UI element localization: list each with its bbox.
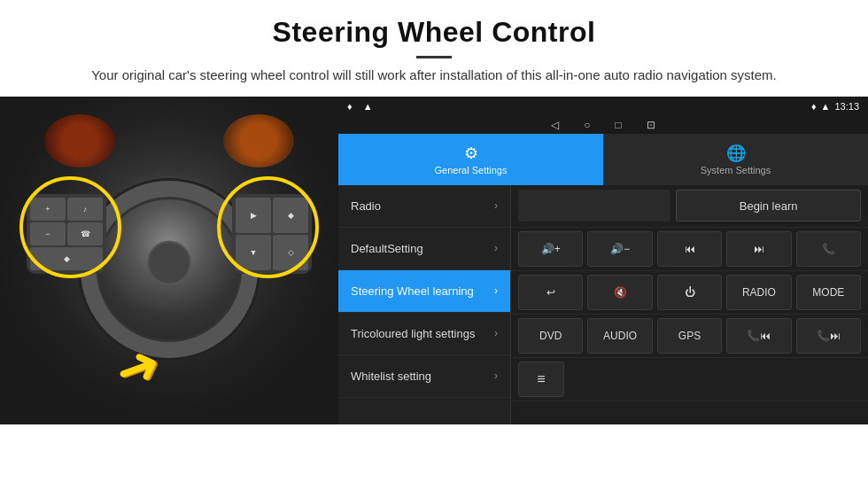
status-bar: ♦ ▲ ♦ ▲ 13:13: [338, 97, 868, 116]
prev-icon: ⏮: [685, 243, 695, 255]
menu-default-setting[interactable]: DefaultSetting ›: [338, 228, 510, 270]
btn-audio[interactable]: AUDIO: [587, 318, 652, 354]
right-button-cluster: ▶ ◆ ▼ ◇: [232, 194, 312, 274]
menu-steering-wheel[interactable]: Steering Wheel learning ›: [338, 270, 510, 313]
left-button-cluster: + ♪ − ☎ ◆: [27, 194, 106, 274]
menu-whitelist-label: Whitelist setting: [351, 370, 431, 383]
mode-label: MODE: [812, 286, 844, 299]
page-title: Steering Wheel Control: [53, 16, 815, 49]
begin-learn-button[interactable]: Begin learn: [676, 190, 861, 222]
btn-prev-track[interactable]: ⏮: [657, 231, 722, 267]
chevron-radio: ›: [494, 199, 498, 212]
audio-label: AUDIO: [603, 330, 637, 342]
gps-label: GPS: [678, 330, 701, 342]
power-icon: ⏻: [685, 286, 695, 299]
tab-general-label: General Settings: [435, 165, 508, 175]
wifi-icon: ♦: [347, 101, 353, 112]
btn-seek-down: ▼: [236, 235, 271, 270]
signal-icon: ▲: [363, 101, 373, 112]
btn-nav: ◆: [273, 198, 308, 233]
recents-nav-icon[interactable]: □: [616, 119, 622, 131]
radio-label: RADIO: [742, 286, 776, 299]
status-bar-left: ♦ ▲: [347, 101, 373, 112]
btn-next-track[interactable]: ⏭: [726, 231, 791, 267]
wifi-status-icon: ▲: [821, 101, 831, 112]
vol-up-icon: 🔊+: [541, 243, 561, 255]
btn-vol-down: −: [30, 222, 66, 245]
tab-system-settings[interactable]: 🌐 System Settings: [603, 134, 868, 185]
back-nav-icon[interactable]: ◁: [551, 119, 559, 131]
panel-body: Radio › DefaultSetting › Steering Wheel …: [338, 185, 868, 424]
left-menu: Radio › DefaultSetting › Steering Wheel …: [338, 185, 511, 424]
app-icon[interactable]: ⊡: [647, 119, 655, 131]
learn-input-spacer: [518, 190, 670, 222]
chevron-tricoloured: ›: [494, 327, 498, 339]
btn-phone-next[interactable]: 📞⏭: [796, 318, 861, 354]
header-description: Your original car's steering wheel contr…: [53, 66, 815, 86]
btn-phone-prev[interactable]: 📞⏮: [726, 318, 791, 354]
btn-radio[interactable]: RADIO: [726, 275, 791, 310]
nav-bar[interactable]: ◁ ○ □ ⊡: [338, 116, 868, 134]
btn-mute[interactable]: 🔇: [587, 275, 652, 310]
control-row-4: ≡: [511, 358, 868, 401]
main-content: + ♪ − ☎ ◆ ▶ ◆ ▼ ◇ ➜ ♦ ▲: [0, 97, 868, 424]
phone-icon: 📞: [822, 243, 835, 255]
mute-icon: 🔇: [614, 286, 627, 299]
tab-system-label: System Settings: [701, 165, 771, 175]
location-icon: ♦: [811, 101, 817, 112]
settings-tabs: ⚙ General Settings 🌐 System Settings: [338, 134, 868, 185]
control-row-1: 🔊+ 🔊− ⏮ ⏭ 📞: [511, 228, 868, 271]
vol-down-icon: 🔊−: [610, 243, 630, 255]
gear-icon: ⚙: [464, 144, 478, 163]
hangup-icon: ↩: [546, 286, 555, 299]
next-icon: ⏭: [754, 243, 764, 255]
btn-whitelist[interactable]: ≡: [518, 362, 564, 397]
menu-default-label: DefaultSetting: [351, 242, 423, 255]
btn-gps[interactable]: GPS: [657, 318, 722, 354]
menu-radio-label: Radio: [351, 199, 381, 213]
btn-hangup[interactable]: ↩: [518, 275, 583, 310]
phone-next-icon: 📞⏭: [817, 330, 841, 342]
btn-phone: ☎: [67, 222, 103, 245]
menu-whitelist[interactable]: Whitelist setting ›: [338, 355, 510, 398]
btn-power[interactable]: ⏻: [657, 275, 722, 310]
btn-mode[interactable]: MODE: [796, 275, 861, 310]
chevron-whitelist: ›: [494, 370, 498, 382]
begin-learn-row: Begin learn: [511, 185, 868, 228]
steering-wheel-center: [147, 240, 191, 284]
header-divider: [416, 56, 452, 58]
steering-wheel-bg: + ♪ − ☎ ◆ ▶ ◆ ▼ ◇ ➜: [0, 97, 338, 424]
btn-vol-down[interactable]: 🔊−: [587, 231, 652, 267]
tab-general-settings[interactable]: ⚙ General Settings: [338, 134, 603, 185]
btn-extra-right: ◇: [273, 235, 308, 270]
dvd-label: DVD: [539, 330, 562, 342]
control-row-3: DVD AUDIO GPS 📞⏮ 📞⏭: [511, 315, 868, 358]
btn-phone[interactable]: 📞: [796, 231, 861, 267]
chevron-steering: ›: [494, 284, 498, 297]
btn-mode: ♪: [67, 198, 103, 221]
gauge-left: [44, 114, 115, 167]
btn-vol-up: +: [30, 198, 66, 221]
control-row-2: ↩ 🔇 ⏻ RADIO MODE: [511, 271, 868, 315]
whitelist-icon: ≡: [537, 371, 545, 387]
btn-vol-up[interactable]: 🔊+: [518, 231, 583, 267]
right-controls: Begin learn 🔊+ 🔊− ⏮ ⏭: [511, 185, 868, 424]
btn-dvd[interactable]: DVD: [518, 318, 583, 354]
home-nav-icon[interactable]: ○: [584, 119, 590, 131]
car-image-section: + ♪ − ☎ ◆ ▶ ◆ ▼ ◇ ➜: [0, 97, 338, 424]
menu-radio[interactable]: Radio ›: [338, 185, 510, 228]
android-section: ♦ ▲ ♦ ▲ 13:13 ◁ ○ □ ⊡ ⚙ General Settings…: [338, 97, 868, 424]
gauge-right: [223, 114, 294, 167]
globe-icon: 🌐: [726, 144, 746, 163]
page-header: Steering Wheel Control Your original car…: [0, 0, 868, 97]
menu-tricoloured[interactable]: Tricoloured light settings ›: [338, 313, 510, 355]
chevron-default: ›: [494, 242, 498, 254]
menu-tricoloured-label: Tricoloured light settings: [351, 327, 475, 340]
status-bar-right: ♦ ▲ 13:13: [811, 101, 859, 112]
menu-steering-label: Steering Wheel learning: [351, 284, 474, 298]
btn-seek-up: ▶: [236, 198, 271, 233]
phone-prev-icon: 📞⏮: [747, 330, 771, 342]
clock-display: 13:13: [834, 101, 859, 112]
btn-extra-left: ◆: [30, 247, 103, 270]
